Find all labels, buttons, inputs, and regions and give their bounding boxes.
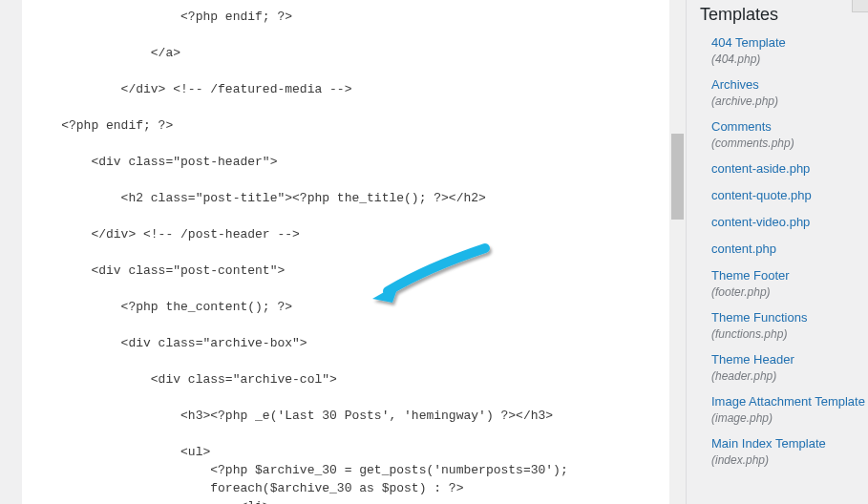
sidebar-item-sub: (image.php) bbox=[711, 411, 868, 426]
code-editor[interactable]: <?php endif; ?> </a> </div> <!-- /featur… bbox=[22, 0, 687, 504]
sidebar-item-archives[interactable]: Archives bbox=[711, 77, 759, 92]
sidebar-item-content-video[interactable]: content-video.php bbox=[711, 215, 810, 229]
editor-scrollbar[interactable] bbox=[669, 0, 686, 504]
sidebar-item-sub: (header.php) bbox=[711, 369, 868, 384]
sidebar-item-functions[interactable]: Theme Functions bbox=[711, 310, 807, 325]
sidebar-item-sub: (archive.php) bbox=[711, 94, 868, 109]
templates-sidebar: Templates 404 Template(404.php) Archives… bbox=[687, 0, 868, 504]
sidebar-item-404[interactable]: 404 Template bbox=[711, 35, 786, 50]
sidebar-item-footer[interactable]: Theme Footer bbox=[711, 268, 790, 283]
sidebar-heading: Templates bbox=[700, 5, 868, 25]
code-content[interactable]: <?php endif; ?> </a> </div> <!-- /featur… bbox=[22, 0, 686, 504]
code-text: <?php endif; ?> </a> </div> <!-- /featur… bbox=[32, 10, 568, 504]
sidebar-item-sub: (footer.php) bbox=[711, 285, 868, 300]
sidebar-item-header[interactable]: Theme Header bbox=[711, 352, 794, 367]
template-list: 404 Template(404.php) Archives(archive.p… bbox=[700, 32, 868, 468]
sidebar-item-sub: (functions.php) bbox=[711, 327, 868, 342]
sidebar-item-content-aside[interactable]: content-aside.php bbox=[711, 161, 810, 176]
scrollbar-thumb[interactable] bbox=[671, 134, 684, 220]
sidebar-item-sub: (comments.php) bbox=[711, 136, 868, 151]
sidebar-item-sub: (404.php) bbox=[711, 52, 868, 67]
sidebar-item-sub: (index.php) bbox=[711, 453, 868, 468]
sidebar-item-image[interactable]: Image Attachment Template bbox=[711, 394, 865, 409]
corner-box bbox=[852, 0, 868, 12]
sidebar-item-content-quote[interactable]: content-quote.php bbox=[711, 188, 812, 202]
sidebar-item-index[interactable]: Main Index Template bbox=[711, 436, 826, 451]
sidebar-item-comments[interactable]: Comments bbox=[711, 119, 772, 134]
sidebar-item-content[interactable]: content.php bbox=[711, 242, 776, 256]
